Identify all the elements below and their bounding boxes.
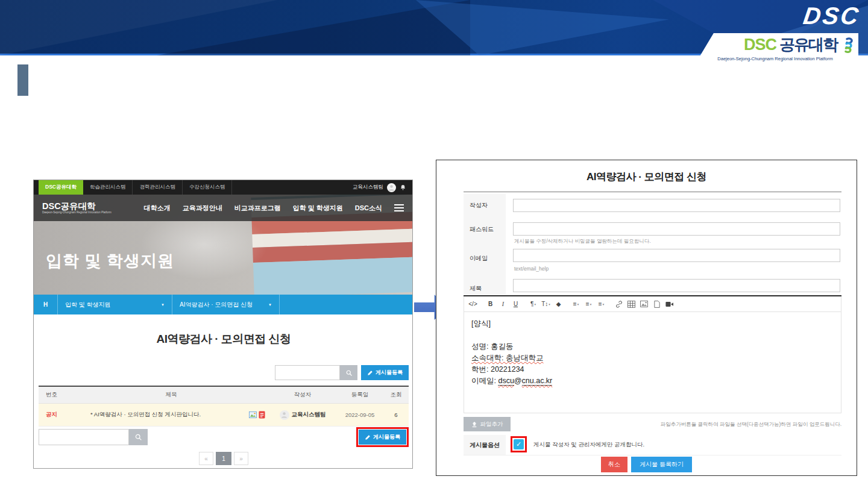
table-icon[interactable] bbox=[625, 298, 638, 310]
editor-line-heading: [양식] bbox=[471, 318, 834, 330]
brand-ribbon-icon bbox=[840, 37, 854, 54]
register-post-button-bottom[interactable]: 게시물등록 bbox=[359, 430, 406, 445]
nav-item-admission[interactable]: 입학 및 학생지원 bbox=[293, 204, 343, 213]
author-avatar bbox=[280, 410, 289, 420]
dsc-corner-logo: DSC bbox=[801, 2, 861, 30]
form-row-password: 패스워드 게시물을 수정/삭제하거나 비밀글을 열람하는데 필요합니다. bbox=[464, 218, 841, 247]
main-navbar: DSC공유대학 Daejeon-Sejong-Chungnam Regional… bbox=[34, 195, 412, 221]
pagination-prev[interactable]: « bbox=[199, 452, 213, 465]
post-date: 2022-09-05 bbox=[336, 411, 383, 418]
image-attachment-icon bbox=[249, 411, 257, 418]
private-post-checkbox[interactable]: ✓ bbox=[514, 439, 524, 449]
email-domain-link[interactable]: cnu.ac.kr bbox=[522, 377, 553, 386]
register-post-button-top[interactable]: 게시물등록 bbox=[361, 365, 409, 380]
email-user-link[interactable]: dscu bbox=[498, 377, 514, 386]
hamburger-icon[interactable] bbox=[394, 202, 404, 213]
email-field[interactable] bbox=[513, 249, 840, 262]
board-table: 번호 제목 작성자 등록일 조회 공지 * AI역량검사 · 모의면접 신청 게… bbox=[39, 386, 409, 427]
header-no: 번호 bbox=[39, 391, 74, 399]
site-logo[interactable]: DSC공유대학 Daejeon-Sejong-Chungnam Regional… bbox=[42, 202, 112, 214]
paragraph-style-icon[interactable]: ¶▾ bbox=[527, 298, 539, 310]
editor-line-student-id: 학번: 20221234 bbox=[471, 364, 834, 375]
insert-video-icon[interactable] bbox=[663, 298, 676, 310]
checkbox-label: 게시물 작성자 및 관리자에게만 공개합니다. bbox=[533, 441, 644, 449]
red-highlight-register-button: 게시물등록 bbox=[356, 427, 409, 447]
cancel-button[interactable]: 취소 bbox=[601, 457, 627, 472]
board-search-bottom: 게시물등록 bbox=[39, 429, 409, 445]
post-title[interactable]: * AI역량검사 · 모의면접 신청 게시판입니다. bbox=[90, 411, 201, 419]
book-band bbox=[253, 256, 412, 295]
submit-post-button[interactable]: 게시물 등록하기 bbox=[631, 457, 692, 472]
search-input[interactable] bbox=[275, 365, 340, 380]
search-button-bottom[interactable] bbox=[129, 429, 148, 445]
utility-tab-career[interactable]: 경력관리시스템 bbox=[133, 180, 183, 195]
font-color-icon[interactable]: ◆ bbox=[552, 298, 565, 310]
site-screenshot-panel: DSC공유대학 학습관리시스템 경력관리시스템 수강신청시스템 교육시스템팀 bbox=[33, 180, 413, 469]
user-name: 교육시스템팀 bbox=[353, 184, 383, 191]
pagination-page-1[interactable]: 1 bbox=[216, 452, 231, 465]
align-icon[interactable]: ≡▾ bbox=[570, 298, 582, 310]
breadcrumb-home[interactable]: H bbox=[34, 295, 58, 314]
font-size-icon[interactable]: T↕▾ bbox=[539, 298, 552, 310]
password-label: 패스워드 bbox=[464, 218, 506, 247]
breadcrumb-level1[interactable]: 입학 및 학생지원 ▼ bbox=[58, 295, 172, 314]
subject-field[interactable] bbox=[513, 279, 840, 292]
search-button[interactable] bbox=[340, 365, 357, 380]
options-label: 게시물옵션 bbox=[464, 435, 506, 455]
editor-line-university: 소속대학: 충남대학교 bbox=[471, 354, 543, 362]
chevron-down-icon: ▼ bbox=[161, 303, 165, 307]
header-author: 작성자 bbox=[269, 391, 336, 399]
pencil-icon bbox=[365, 434, 371, 440]
add-file-button[interactable]: 파일추가 bbox=[464, 417, 511, 431]
insert-image-icon[interactable] bbox=[638, 298, 650, 310]
file-help-text: 파일추가버튼을 클릭하여 파일을 선택(다중선택가능)하면 파일이 업로드됩니다… bbox=[661, 421, 841, 428]
pencil-icon bbox=[367, 370, 373, 376]
user-menu[interactable]: 교육시스템팀 bbox=[353, 180, 412, 195]
utility-tab-enroll[interactable]: 수강신청시스템 bbox=[183, 180, 233, 195]
search-icon bbox=[134, 433, 142, 441]
editor-content[interactable]: [양식] 성명: 홍길동 소속대학: 충남대학교 학번: 20221234 이메… bbox=[464, 312, 841, 413]
breadcrumb-level2[interactable]: AI역량검사 · 모의면접 신청 ▼ bbox=[172, 295, 280, 314]
board-section: AI역량검사 · 모의면접 신청 게시물등록 번호 bbox=[39, 314, 409, 469]
italic-icon[interactable]: I bbox=[497, 298, 509, 310]
email-prefix: 이메일: bbox=[471, 377, 498, 385]
search-input-bottom[interactable] bbox=[39, 429, 129, 445]
utility-bar: DSC공유대학 학습관리시스템 경력관리시스템 수강신청시스템 교육시스템팀 bbox=[34, 180, 412, 195]
utility-tab-lms[interactable]: 학습관리시스템 bbox=[83, 180, 133, 195]
underline-icon[interactable]: U bbox=[509, 298, 522, 310]
nav-item-program[interactable]: 비교과프로그램 bbox=[234, 204, 281, 213]
ordered-list-icon[interactable]: ≡▾ bbox=[582, 298, 595, 310]
post-author: 교육시스템팀 bbox=[292, 411, 326, 419]
utility-tab-dsc[interactable]: DSC공유대학 bbox=[39, 180, 83, 195]
email-at: @ bbox=[514, 377, 522, 385]
nav-item-curriculum[interactable]: 교육과정안내 bbox=[183, 204, 222, 213]
link-icon[interactable] bbox=[612, 298, 625, 310]
bold-icon[interactable]: B bbox=[484, 298, 497, 310]
nav-item-news[interactable]: DSC소식 bbox=[355, 204, 382, 213]
password-field[interactable] bbox=[513, 222, 840, 236]
header-title: 제목 bbox=[74, 391, 269, 399]
editor-line-email: 이메일: dscu@cnu.ac.kr bbox=[471, 375, 834, 387]
editor-toolbar: </> B I U ¶▾ T↕▾ ◆ ≡▾ ≡▾ ≡▾ bbox=[464, 296, 841, 312]
unordered-list-icon[interactable]: ≡▾ bbox=[595, 298, 608, 310]
header-views: 조회 bbox=[383, 391, 409, 399]
avatar[interactable] bbox=[387, 183, 396, 192]
pagination: « 1 » bbox=[39, 452, 409, 465]
upload-icon bbox=[471, 421, 477, 428]
pagination-next[interactable]: » bbox=[234, 452, 248, 465]
code-view-icon[interactable]: </> bbox=[467, 298, 479, 310]
file-attach-row: 파일추가 파일추가버튼을 클릭하여 파일을 선택(다중선택가능)하면 파일이 업… bbox=[464, 417, 841, 433]
form-row-email: 이메일 text/email_help bbox=[464, 247, 841, 277]
nav-item-intro[interactable]: 대학소개 bbox=[144, 204, 171, 213]
red-highlight-checkbox: ✓ bbox=[511, 436, 527, 452]
author-field[interactable] bbox=[513, 199, 840, 212]
table-row[interactable]: 공지 * AI역량검사 · 모의면접 신청 게시판입니다. bbox=[39, 404, 409, 427]
insert-file-icon[interactable] bbox=[650, 298, 663, 310]
nav-items: 대학소개 교육과정안내 비교과프로그램 입학 및 학생지원 DSC소식 bbox=[144, 204, 382, 213]
board-title: AI역량검사 · 모의면접 신청 bbox=[39, 314, 409, 347]
post-form-panel: AI역량검사 · 모의면접 신청 작성자 패스워드 게시물을 수정/삭제하거나 … bbox=[436, 160, 857, 476]
form-row-subject: 제목 bbox=[464, 277, 841, 294]
post-options-row: 게시물옵션 ✓ 게시물 작성자 및 관리자에게만 공개합니다. bbox=[464, 435, 841, 455]
email-label: 이메일 bbox=[464, 247, 506, 277]
bell-icon[interactable] bbox=[400, 184, 406, 191]
